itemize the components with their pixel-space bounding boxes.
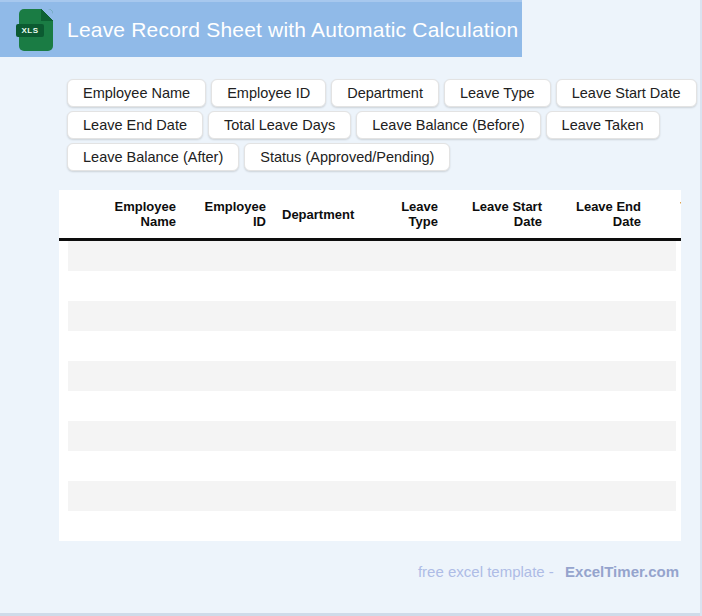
chip-row-1: Employee Name Employee ID Department Lea…	[67, 79, 667, 107]
chip-leave-balance-after[interactable]: Leave Balance (After)	[67, 143, 239, 171]
app-header: XLS Leave Record Sheet with Automatic Ca…	[0, 0, 522, 57]
column-header-leave-end-date: Leave End Date	[548, 190, 647, 238]
column-chip-list: Employee Name Employee ID Department Lea…	[67, 79, 667, 171]
table-row	[68, 241, 676, 271]
column-header-department: Department	[272, 190, 367, 238]
chip-row-2: Leave End Date Total Leave Days Leave Ba…	[67, 111, 667, 139]
column-header-employee-id: Employee ID	[182, 190, 272, 238]
chip-status[interactable]: Status (Approved/Pending)	[244, 143, 450, 171]
table-row	[68, 271, 676, 301]
chip-leave-taken[interactable]: Leave Taken	[546, 111, 660, 139]
chip-employee-id[interactable]: Employee ID	[211, 79, 326, 107]
page-root: { "header": { "title": "Leave Record She…	[0, 0, 702, 616]
table-row	[68, 421, 676, 451]
table-rows	[59, 241, 681, 541]
footer-brand-link[interactable]: ExcelTimer.com	[565, 563, 679, 580]
chip-employee-name[interactable]: Employee Name	[67, 79, 206, 107]
leave-record-table: Employee Name Employee ID Department Lea…	[59, 190, 681, 541]
footer-text: free excel template -	[418, 563, 554, 580]
chip-leave-end-date[interactable]: Leave End Date	[67, 111, 203, 139]
table-row	[68, 451, 676, 481]
footer-credit: free excel template - ExcelTimer.com	[418, 564, 679, 580]
table-row	[68, 481, 676, 511]
folded-corner	[41, 9, 53, 21]
table-row	[68, 391, 676, 421]
chip-leave-balance-before[interactable]: Leave Balance (Before)	[356, 111, 540, 139]
table-row	[68, 511, 676, 541]
column-header-employee-name: Employee Name	[59, 190, 182, 238]
chip-total-leave-days[interactable]: Total Leave Days	[208, 111, 351, 139]
chip-leave-type[interactable]: Leave Type	[444, 79, 551, 107]
chip-leave-start-date[interactable]: Leave Start Date	[556, 79, 697, 107]
table-header-row: Employee Name Employee ID Department Lea…	[59, 190, 681, 241]
table-row	[68, 301, 676, 331]
xls-badge: XLS	[16, 24, 44, 37]
chip-department[interactable]: Department	[331, 79, 439, 107]
page-title: Leave Record Sheet with Automatic Calcul…	[67, 18, 518, 42]
table-row	[68, 331, 676, 361]
chip-row-3: Leave Balance (After) Status (Approved/P…	[67, 143, 667, 171]
column-header-total-leave-days: Total Leave Days	[647, 190, 681, 238]
xls-file-icon: XLS	[19, 9, 53, 51]
table-row	[68, 361, 676, 391]
column-header-leave-type: Leave Type	[367, 190, 444, 238]
column-header-leave-start-date: Leave Start Date	[444, 190, 548, 238]
